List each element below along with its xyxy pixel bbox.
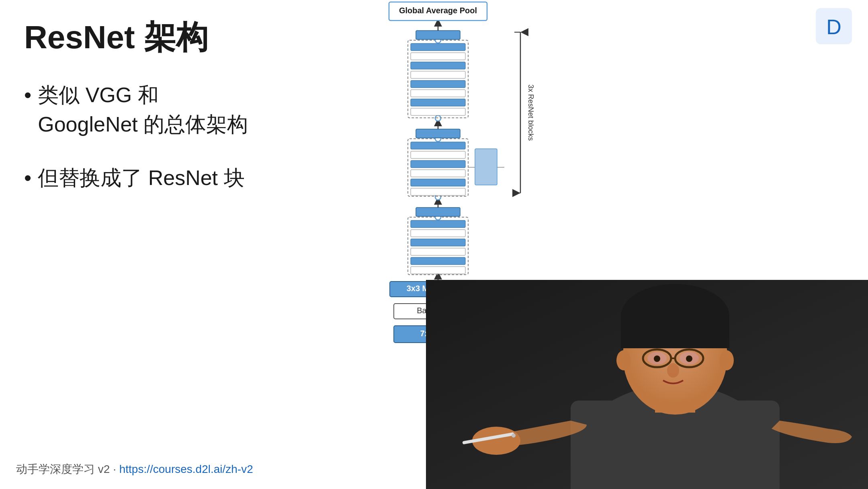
- svg-point-67: [686, 355, 692, 362]
- svg-rect-15: [411, 248, 465, 255]
- svg-point-66: [654, 355, 660, 362]
- bullet-dot-2: •: [24, 163, 31, 193]
- video-overlay: [426, 280, 868, 489]
- svg-rect-28: [411, 188, 465, 195]
- svg-rect-14: [411, 239, 465, 246]
- svg-rect-17: [411, 267, 465, 274]
- slide-title: ResNet 架构: [24, 16, 208, 60]
- svg-point-73: [719, 350, 734, 370]
- svg-rect-29: [475, 149, 497, 185]
- svg-point-68: [667, 363, 679, 378]
- svg-rect-19: [416, 208, 460, 216]
- svg-rect-38: [411, 53, 465, 60]
- bottom-link-area: 动手学深度学习 v2 · https://courses.d2l.ai/zh-v…: [16, 462, 253, 477]
- svg-rect-41: [411, 80, 465, 88]
- svg-rect-42: [411, 90, 465, 97]
- svg-point-71: [512, 434, 516, 438]
- bottom-link[interactable]: https://courses.d2l.ai/zh-v2: [119, 463, 253, 475]
- svg-text:D: D: [826, 15, 841, 39]
- svg-rect-16: [411, 257, 465, 265]
- svg-rect-12: [411, 220, 465, 228]
- svg-rect-24: [411, 151, 465, 158]
- svg-rect-60: [621, 316, 729, 348]
- bottom-link-prefix: 动手学深度学习 v2 ·: [16, 463, 119, 475]
- svg-rect-25: [411, 160, 465, 168]
- bullet-dot-1: •: [24, 80, 31, 110]
- slide: ResNet 架构 • 类似 VGG 和 GoogleNet 的总体架构 • 但…: [0, 0, 868, 489]
- logo: D: [816, 8, 852, 44]
- svg-text:Global Average Pool: Global Average Pool: [399, 6, 477, 15]
- svg-text:3x ResNet blocks: 3x ResNet blocks: [527, 84, 535, 141]
- svg-rect-33: [416, 129, 460, 138]
- svg-rect-40: [411, 71, 465, 78]
- video-frame: [426, 280, 868, 489]
- svg-rect-27: [411, 179, 465, 186]
- svg-rect-39: [411, 62, 465, 69]
- svg-rect-23: [411, 142, 465, 149]
- svg-rect-37: [411, 43, 465, 51]
- bullet-1: • 类似 VGG 和 GoogleNet 的总体架构: [24, 80, 257, 139]
- svg-rect-44: [411, 108, 465, 115]
- bullet-list: • 类似 VGG 和 GoogleNet 的总体架构 • 但替换成了 ResNe…: [24, 80, 257, 216]
- bullet-2: • 但替换成了 ResNet 块: [24, 163, 257, 193]
- bullet-text-1: 类似 VGG 和 GoogleNet 的总体架构: [38, 80, 257, 139]
- bullet-text-2: 但替换成了 ResNet 块: [38, 163, 244, 193]
- svg-rect-13: [411, 230, 465, 237]
- svg-rect-43: [411, 99, 465, 106]
- svg-point-72: [616, 350, 631, 370]
- svg-rect-46: [416, 31, 460, 39]
- svg-rect-26: [411, 170, 465, 177]
